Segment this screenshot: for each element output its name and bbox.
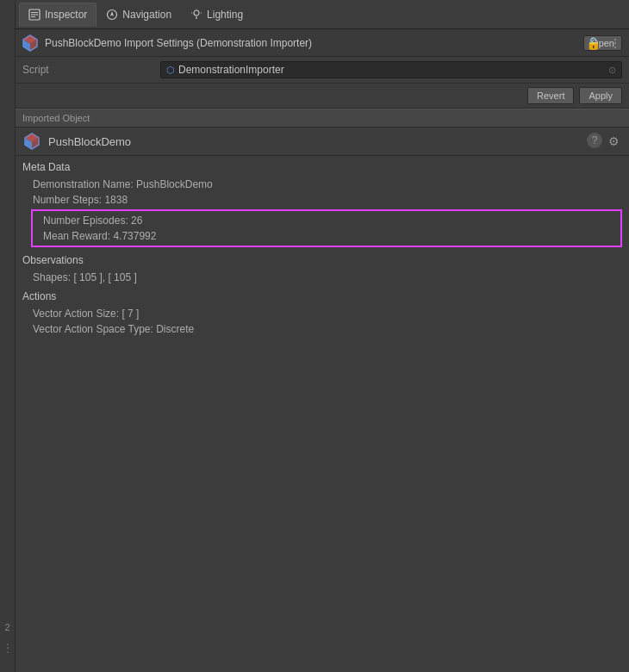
left-bar-dots: ⋮ [2,641,14,655]
object-action-buttons: ? ⚙ [587,133,622,150]
tab-lighting-label: Lighting [207,9,243,21]
vector-action-space-value: Discrete [156,323,194,335]
actions-title: Actions [22,290,622,302]
inspector-panel: PushBlockDemo Import Settings (Demonstra… [16,29,629,672]
metadata-section: Meta Data Demonstration Name: PushBlockD… [16,156,629,247]
panel-top-actions: 🔒 ⋮ [583,34,624,52]
mean-reward-value: 4.737992 [113,230,156,242]
script-row: Script ⬡ DemonstrationImporter ⊙ [16,57,629,84]
vector-action-space-row: Vector Action Space Type: Discrete [22,321,622,337]
navigation-icon [106,9,118,21]
tab-lighting[interactable]: Lighting [181,3,252,27]
panel-header: PushBlockDemo Import Settings (Demonstra… [16,29,629,57]
object-header-row: PushBlockDemo ? ⚙ [16,128,629,156]
tab-bar: Inspector Navigation Lighti [16,0,629,29]
imported-section: Imported Object PushBlockDemo ? ⚙ Meta D [16,109,629,337]
vector-action-size-row: Vector Action Size: [ 7 ] [22,306,622,321]
tab-navigation-label: Navigation [122,9,171,21]
meta-row-demo-name: Demonstration Name: PushBlockDemo [22,177,622,192]
svg-marker-5 [110,11,114,16]
inspector-icon [28,9,40,21]
meta-row-num-steps: Number Steps: 1838 [22,192,622,208]
script-circle-icon: ⊙ [608,65,616,76]
highlight-box: Number Episodes: 26 Mean Reward: 4.73799… [31,209,622,247]
object-cube-icon [21,34,40,53]
script-label: Script [22,64,160,76]
panel-title: PushBlockDemo Import Settings (Demonstra… [45,37,583,49]
menu-button[interactable]: ⋮ [607,34,624,52]
action-row: Revert Apply [16,84,629,109]
tab-navigation[interactable]: Navigation [97,3,181,27]
help-button[interactable]: ? [587,133,602,148]
object-icon [22,132,41,151]
shapes-value: [ 105 ], [ 105 ] [73,271,136,283]
meta-row-mean-reward: Mean Reward: 4.737992 [33,228,620,244]
observations-section: Observations Shapes: [ 105 ], [ 105 ] [16,249,629,285]
tab-inspector[interactable]: Inspector [19,3,97,27]
left-edge-bar: 2 ⋮ [0,0,16,672]
lock-button[interactable]: 🔒 [583,34,603,52]
imported-object-header: Imported Object [16,109,629,128]
num-episodes-label: Number Episodes: [43,215,131,227]
vector-action-size-label: Vector Action Size: [33,308,121,320]
revert-button[interactable]: Revert [527,87,574,104]
script-value-container[interactable]: ⬡ DemonstrationImporter ⊙ [160,61,622,78]
shapes-row: Shapes: [ 105 ], [ 105 ] [22,270,622,285]
mean-reward-label: Mean Reward: [43,230,113,242]
observations-title: Observations [22,254,622,266]
object-name: PushBlockDemo [48,135,587,148]
metadata-title: Meta Data [22,161,622,173]
demo-name-value: PushBlockDemo [136,178,213,190]
vector-action-size-value: [ 7 ] [121,308,139,320]
vector-action-space-label: Vector Action Space Type: [33,323,156,335]
left-bar-number: 2 [4,622,9,632]
lighting-icon [190,9,202,21]
demo-name-label: Demonstration Name: [33,178,136,190]
num-steps-label: Number Steps: [33,194,104,206]
meta-row-num-episodes: Number Episodes: 26 [33,213,620,228]
script-file-icon: ⬡ [166,65,175,76]
actions-section: Actions Vector Action Size: [ 7 ] Vector… [16,285,629,337]
apply-button[interactable]: Apply [579,87,622,104]
tab-inspector-label: Inspector [45,9,87,21]
shapes-label: Shapes: [33,271,73,283]
num-steps-value: 1838 [104,194,128,206]
settings-button[interactable]: ⚙ [606,133,622,150]
svg-point-6 [194,10,199,16]
num-episodes-value: 26 [131,215,142,227]
script-value-text: DemonstrationImporter [178,64,284,76]
